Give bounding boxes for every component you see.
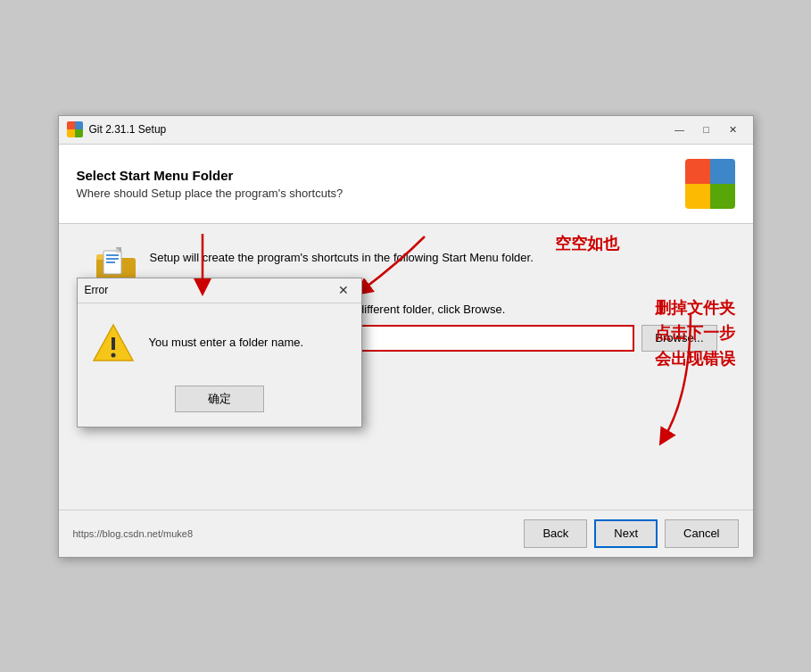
page-title: Select Start Menu Folder (77, 168, 343, 183)
ok-button[interactable]: 确定 (175, 386, 264, 412)
window-controls: — □ ✕ (667, 120, 746, 139)
app-icon (66, 120, 84, 138)
dialog-body: You must enter a folder name. (78, 303, 361, 378)
svg-rect-3 (106, 254, 119, 256)
footer-link: https://blog.csdn.net/muke8 (73, 528, 517, 539)
dialog-close-button[interactable]: ✕ (333, 281, 354, 299)
annotation-top: 空空如也 (555, 233, 619, 254)
svg-point-9 (111, 353, 115, 357)
annotation-bottom: 删掉文件夹 点击下一步 会出现错误 (655, 295, 735, 372)
dialog-footer: 确定 (78, 378, 361, 427)
error-dialog: Error ✕ You must enter a folder name. (77, 278, 362, 427)
svg-rect-4 (106, 258, 119, 260)
info-text: Setup will create the program's shortcut… (150, 245, 534, 264)
window-title: Git 2.31.1 Setup (89, 123, 667, 136)
annotation-line2: 点击下一步 (655, 320, 735, 346)
git-logo (685, 159, 735, 209)
annotation-line1: 删掉文件夹 (655, 295, 735, 321)
next-button[interactable]: Next (594, 519, 658, 548)
dialog-title: Error (85, 284, 333, 296)
dialog-title-bar: Error ✕ (78, 278, 361, 303)
footer-area: https://blog.csdn.net/muke8 Back Next Ca… (59, 510, 753, 557)
back-button[interactable]: Back (524, 519, 587, 548)
header-section: Select Start Menu Folder Where should Se… (59, 145, 753, 224)
annotation-line3: 会出现错误 (655, 346, 735, 372)
dialog-message: You must enter a folder name. (149, 336, 304, 349)
close-button[interactable]: ✕ (721, 120, 746, 139)
warning-icon (92, 321, 135, 364)
cancel-button[interactable]: Cancel (665, 519, 738, 548)
maximize-button[interactable]: □ (694, 120, 719, 139)
header-text: Select Start Menu Folder Where should Se… (77, 168, 343, 200)
page-subtitle: Where should Setup place the program's s… (77, 187, 343, 200)
content-area: Setup will create the program's shortcut… (59, 224, 753, 510)
setup-window: Git 2.31.1 Setup — □ ✕ Select Start Menu… (58, 115, 754, 558)
svg-rect-8 (112, 337, 115, 350)
svg-rect-5 (106, 261, 115, 263)
title-bar: Git 2.31.1 Setup — □ ✕ (59, 116, 753, 145)
minimize-button[interactable]: — (667, 120, 692, 139)
